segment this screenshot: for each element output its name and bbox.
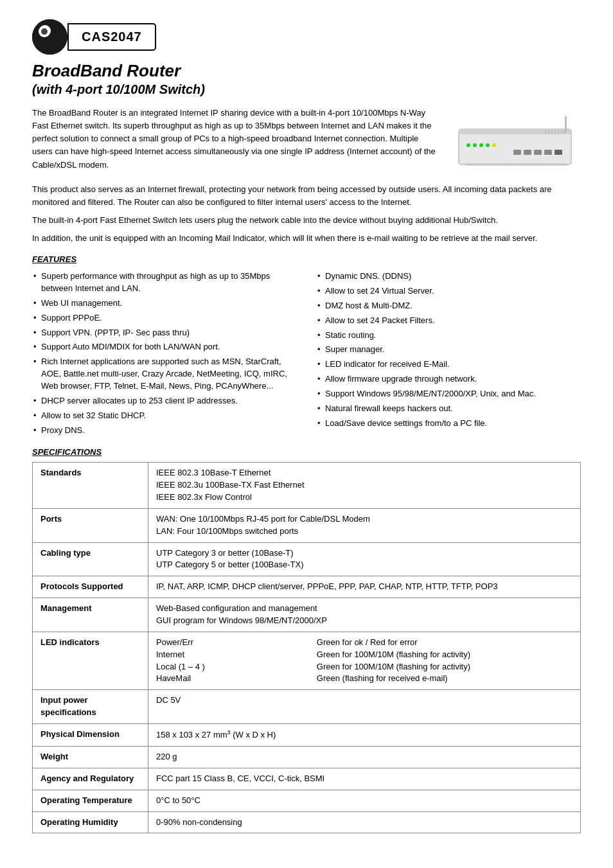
spec-value-humidity: 0-90% non-condensing: [148, 811, 581, 833]
table-row: Operating Temperature 0°C to 50°C: [33, 790, 581, 811]
spec-label-cabling: Cabling type: [33, 542, 148, 576]
spec-table: Standards IEEE 802.3 10Base-T Ethernet I…: [32, 462, 581, 833]
spec-value-ports: WAN: One 10/100Mbps RJ-45 port for Cable…: [148, 508, 581, 542]
svg-rect-19: [524, 150, 531, 155]
svg-point-14: [473, 143, 477, 147]
product-title: BroadBand Router: [32, 61, 581, 81]
spec-value-protocols: IP, NAT, ARP, ICMP, DHCP client/server, …: [148, 576, 581, 598]
svg-point-13: [466, 143, 470, 147]
router-image-svg: [456, 110, 578, 174]
spec-label-weight: Weight: [33, 747, 148, 768]
spec-label-temp: Operating Temperature: [33, 790, 148, 811]
features-heading: FEATURES: [32, 254, 581, 264]
list-item: Rich Internet applications are supported…: [32, 355, 297, 394]
table-row: Cabling type UTP Category 3 or better (1…: [33, 542, 581, 576]
features-left-col: Superb performance with throughput as hi…: [32, 269, 297, 438]
table-row: Weight 220 g: [33, 747, 581, 768]
spec-label-dimension: Physical Dimension: [33, 723, 148, 746]
spec-value-power: DC 5V: [148, 690, 581, 724]
features-right-list: Dynamic DNS. (DDNS) Allow to set 24 Virt…: [316, 269, 581, 430]
list-item: DMZ host & Multi-DMZ.: [316, 299, 581, 314]
features-left-list: Superb performance with throughput as hi…: [32, 269, 297, 438]
logo-circle: [32, 19, 67, 55]
spec-label-agency: Agency and Regulatory: [33, 768, 148, 790]
led-labels: Power/Err Internet Local (1 – 4 ) HaveMa…: [156, 637, 307, 685]
specifications-heading: SPECIFICATIONS: [32, 447, 581, 457]
spec-label-led: LED indicators: [33, 632, 148, 689]
spec-label-protocols: Protocols Supported: [33, 576, 148, 598]
table-row: Input powerspecifications DC 5V: [33, 690, 581, 724]
table-row: Physical Dimension 158 x 103 x 27 mm3 (W…: [33, 723, 581, 746]
list-item: Support VPN. (PPTP, IP- Sec pass thru): [32, 326, 297, 341]
list-item: Support PPPoE.: [32, 311, 297, 326]
product-image: [452, 107, 581, 177]
svg-rect-23: [465, 163, 568, 166]
logo-wrapper: CAS2047: [32, 19, 156, 55]
svg-point-0: [32, 19, 67, 55]
logo-bar: CAS2047: [32, 19, 581, 55]
list-item: Proxy DNS.: [32, 423, 297, 438]
svg-point-17: [492, 143, 496, 147]
svg-rect-22: [555, 150, 562, 155]
intro-section: The BroadBand Router is an integrated In…: [32, 107, 581, 177]
list-item: Static routing.: [316, 328, 581, 343]
list-item: Dynamic DNS. (DDNS): [316, 269, 581, 284]
list-item: Allow firmware upgrade through network.: [316, 372, 581, 387]
spec-label-humidity: Operating Humidity: [33, 811, 148, 833]
spec-value-dimension: 158 x 103 x 27 mm3 (W x D x H): [148, 723, 581, 746]
list-item: Super manager.: [316, 342, 581, 357]
spec-value-agency: FCC part 15 Class B, CE, VCCI, C-tick, B…: [148, 768, 581, 790]
spec-value-weight: 220 g: [148, 747, 581, 768]
features-right-col: Dynamic DNS. (DDNS) Allow to set 24 Virt…: [316, 269, 581, 438]
logo-model: CAS2047: [67, 23, 156, 51]
svg-rect-21: [544, 150, 552, 155]
table-row: Ports WAN: One 10/100Mbps RJ-45 port for…: [33, 508, 581, 542]
intro-para-4: In addition, the unit is equipped with a…: [32, 232, 581, 245]
spec-value-cabling: UTP Category 3 or better (10Base-T) UTP …: [148, 542, 581, 576]
list-item: Allow to set 32 Static DHCP.: [32, 409, 297, 423]
svg-rect-20: [534, 150, 542, 155]
intro-para-1: The BroadBand Router is an integrated In…: [32, 107, 440, 172]
table-row: Standards IEEE 802.3 10Base-T Ethernet I…: [33, 463, 581, 509]
table-row: Protocols Supported IP, NAT, ARP, ICMP, …: [33, 576, 581, 598]
list-item: Support Auto MDI/MDIX for both LAN/WAN p…: [32, 340, 297, 355]
spec-value-management: Web-Based configuration and management G…: [148, 598, 581, 632]
list-item: Allow to set 24 Virtual Server.: [316, 284, 581, 299]
spec-value-temp: 0°C to 50°C: [148, 790, 581, 811]
list-item: LED indicator for received E-Mail.: [316, 357, 581, 372]
spec-label-management: Management: [33, 598, 148, 632]
table-row: LED indicators Power/Err Internet Local …: [33, 632, 581, 689]
list-item: Support Windows 95/98/ME/NT/2000/XP, Uni…: [316, 387, 581, 402]
spec-value-standards: IEEE 802.3 10Base-T Ethernet IEEE 802.3u…: [148, 463, 581, 509]
svg-point-15: [479, 143, 483, 147]
list-item: Natural firewall keeps hackers out.: [316, 402, 581, 416]
list-item: DHCP server allocates up to 253 client I…: [32, 394, 297, 409]
svg-rect-5: [459, 129, 571, 134]
svg-point-1: [39, 25, 51, 37]
list-item: Superb performance with throughput as hi…: [32, 269, 297, 296]
features-grid: Superb performance with throughput as hi…: [32, 269, 581, 438]
spec-value-led: Power/Err Internet Local (1 – 4 ) HaveMa…: [148, 632, 581, 689]
intro-text: The BroadBand Router is an integrated In…: [32, 107, 440, 177]
list-item: Allow to set 24 Packet Filters.: [316, 314, 581, 328]
led-descriptions: Green for ok / Red for error Green for 1…: [317, 637, 573, 685]
svg-point-2: [42, 28, 48, 34]
svg-rect-18: [513, 150, 521, 155]
spec-label-standards: Standards: [33, 463, 148, 509]
table-row: Operating Humidity 0-90% non-condensing: [33, 811, 581, 833]
svg-point-3: [44, 30, 47, 33]
intro-para-3: The built-in 4-port Fast Ethernet Switch…: [32, 214, 581, 227]
table-row: Management Web-Based configuration and m…: [33, 598, 581, 632]
led-grid: Power/Err Internet Local (1 – 4 ) HaveMa…: [156, 637, 573, 685]
table-row: Agency and Regulatory FCC part 15 Class …: [33, 768, 581, 790]
spec-label-power: Input powerspecifications: [33, 690, 148, 724]
product-subtitle: (with 4-port 10/100M Switch): [32, 82, 581, 97]
list-item: Web UI management.: [32, 296, 297, 311]
spec-label-ports: Ports: [33, 508, 148, 542]
svg-point-16: [486, 143, 490, 147]
svg-rect-24: [565, 116, 567, 132]
list-item: Load/Save device settings from/to a PC f…: [316, 416, 581, 431]
intro-para-2: This product also serves as an Internet …: [32, 183, 581, 209]
